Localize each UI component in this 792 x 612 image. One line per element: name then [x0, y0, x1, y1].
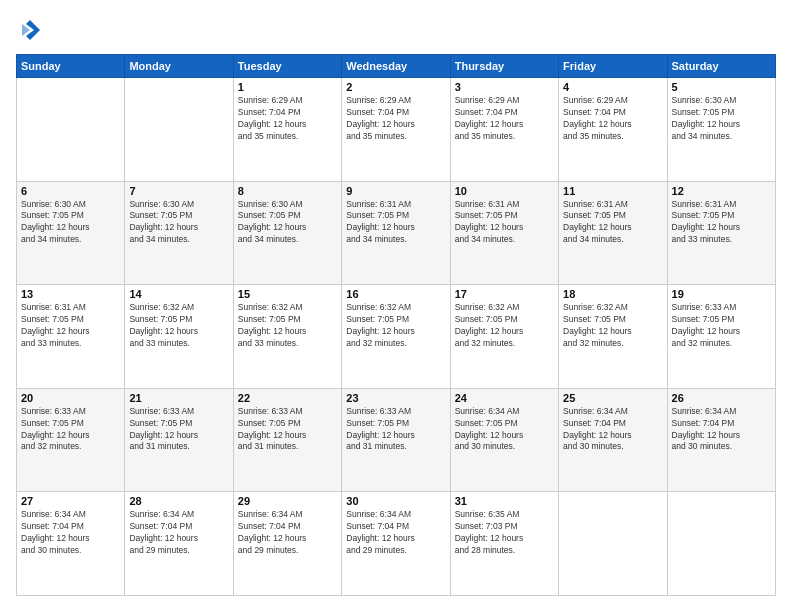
day-number: 21: [129, 392, 228, 404]
day-number: 23: [346, 392, 445, 404]
day-number: 10: [455, 185, 554, 197]
day-info: Sunrise: 6:30 AM Sunset: 7:05 PM Dayligh…: [21, 199, 120, 247]
day-info: Sunrise: 6:33 AM Sunset: 7:05 PM Dayligh…: [129, 406, 228, 454]
day-number: 3: [455, 81, 554, 93]
day-info: Sunrise: 6:32 AM Sunset: 7:05 PM Dayligh…: [238, 302, 337, 350]
calendar-cell: 25Sunrise: 6:34 AM Sunset: 7:04 PM Dayli…: [559, 388, 667, 492]
day-number: 17: [455, 288, 554, 300]
day-number: 20: [21, 392, 120, 404]
day-number: 14: [129, 288, 228, 300]
day-number: 31: [455, 495, 554, 507]
day-number: 13: [21, 288, 120, 300]
day-number: 28: [129, 495, 228, 507]
day-info: Sunrise: 6:32 AM Sunset: 7:05 PM Dayligh…: [129, 302, 228, 350]
day-number: 24: [455, 392, 554, 404]
calendar-cell: [125, 78, 233, 182]
calendar-week-row: 13Sunrise: 6:31 AM Sunset: 7:05 PM Dayli…: [17, 285, 776, 389]
calendar-cell: 8Sunrise: 6:30 AM Sunset: 7:05 PM Daylig…: [233, 181, 341, 285]
logo-icon: [16, 16, 44, 44]
calendar-cell: [559, 492, 667, 596]
day-number: 12: [672, 185, 771, 197]
calendar-table: SundayMondayTuesdayWednesdayThursdayFrid…: [16, 54, 776, 596]
calendar-cell: [17, 78, 125, 182]
day-info: Sunrise: 6:31 AM Sunset: 7:05 PM Dayligh…: [346, 199, 445, 247]
day-info: Sunrise: 6:29 AM Sunset: 7:04 PM Dayligh…: [455, 95, 554, 143]
day-info: Sunrise: 6:34 AM Sunset: 7:04 PM Dayligh…: [672, 406, 771, 454]
calendar-cell: 2Sunrise: 6:29 AM Sunset: 7:04 PM Daylig…: [342, 78, 450, 182]
day-info: Sunrise: 6:33 AM Sunset: 7:05 PM Dayligh…: [21, 406, 120, 454]
day-info: Sunrise: 6:34 AM Sunset: 7:04 PM Dayligh…: [238, 509, 337, 557]
day-info: Sunrise: 6:34 AM Sunset: 7:04 PM Dayligh…: [21, 509, 120, 557]
day-header-saturday: Saturday: [667, 55, 775, 78]
day-info: Sunrise: 6:33 AM Sunset: 7:05 PM Dayligh…: [672, 302, 771, 350]
logo: [16, 16, 48, 44]
calendar-cell: 12Sunrise: 6:31 AM Sunset: 7:05 PM Dayli…: [667, 181, 775, 285]
day-number: 30: [346, 495, 445, 507]
calendar-cell: 10Sunrise: 6:31 AM Sunset: 7:05 PM Dayli…: [450, 181, 558, 285]
calendar-cell: 22Sunrise: 6:33 AM Sunset: 7:05 PM Dayli…: [233, 388, 341, 492]
day-info: Sunrise: 6:30 AM Sunset: 7:05 PM Dayligh…: [672, 95, 771, 143]
calendar-cell: 30Sunrise: 6:34 AM Sunset: 7:04 PM Dayli…: [342, 492, 450, 596]
calendar-cell: 16Sunrise: 6:32 AM Sunset: 7:05 PM Dayli…: [342, 285, 450, 389]
calendar-cell: 28Sunrise: 6:34 AM Sunset: 7:04 PM Dayli…: [125, 492, 233, 596]
calendar-week-row: 1Sunrise: 6:29 AM Sunset: 7:04 PM Daylig…: [17, 78, 776, 182]
day-info: Sunrise: 6:29 AM Sunset: 7:04 PM Dayligh…: [563, 95, 662, 143]
day-info: Sunrise: 6:29 AM Sunset: 7:04 PM Dayligh…: [346, 95, 445, 143]
calendar-week-row: 20Sunrise: 6:33 AM Sunset: 7:05 PM Dayli…: [17, 388, 776, 492]
day-header-thursday: Thursday: [450, 55, 558, 78]
day-info: Sunrise: 6:33 AM Sunset: 7:05 PM Dayligh…: [238, 406, 337, 454]
calendar-cell: 23Sunrise: 6:33 AM Sunset: 7:05 PM Dayli…: [342, 388, 450, 492]
calendar-cell: 15Sunrise: 6:32 AM Sunset: 7:05 PM Dayli…: [233, 285, 341, 389]
calendar-cell: 17Sunrise: 6:32 AM Sunset: 7:05 PM Dayli…: [450, 285, 558, 389]
day-number: 5: [672, 81, 771, 93]
calendar-cell: 1Sunrise: 6:29 AM Sunset: 7:04 PM Daylig…: [233, 78, 341, 182]
calendar-cell: 19Sunrise: 6:33 AM Sunset: 7:05 PM Dayli…: [667, 285, 775, 389]
calendar-cell: 14Sunrise: 6:32 AM Sunset: 7:05 PM Dayli…: [125, 285, 233, 389]
day-number: 15: [238, 288, 337, 300]
day-header-friday: Friday: [559, 55, 667, 78]
calendar-cell: 24Sunrise: 6:34 AM Sunset: 7:05 PM Dayli…: [450, 388, 558, 492]
calendar-header-row: SundayMondayTuesdayWednesdayThursdayFrid…: [17, 55, 776, 78]
day-number: 11: [563, 185, 662, 197]
day-number: 19: [672, 288, 771, 300]
calendar-cell: 4Sunrise: 6:29 AM Sunset: 7:04 PM Daylig…: [559, 78, 667, 182]
day-number: 26: [672, 392, 771, 404]
day-header-wednesday: Wednesday: [342, 55, 450, 78]
day-info: Sunrise: 6:32 AM Sunset: 7:05 PM Dayligh…: [346, 302, 445, 350]
calendar-week-row: 6Sunrise: 6:30 AM Sunset: 7:05 PM Daylig…: [17, 181, 776, 285]
day-info: Sunrise: 6:32 AM Sunset: 7:05 PM Dayligh…: [563, 302, 662, 350]
day-number: 29: [238, 495, 337, 507]
day-info: Sunrise: 6:34 AM Sunset: 7:04 PM Dayligh…: [346, 509, 445, 557]
calendar-cell: 21Sunrise: 6:33 AM Sunset: 7:05 PM Dayli…: [125, 388, 233, 492]
calendar-week-row: 27Sunrise: 6:34 AM Sunset: 7:04 PM Dayli…: [17, 492, 776, 596]
calendar-cell: 7Sunrise: 6:30 AM Sunset: 7:05 PM Daylig…: [125, 181, 233, 285]
day-info: Sunrise: 6:31 AM Sunset: 7:05 PM Dayligh…: [455, 199, 554, 247]
day-number: 25: [563, 392, 662, 404]
calendar-cell: 11Sunrise: 6:31 AM Sunset: 7:05 PM Dayli…: [559, 181, 667, 285]
day-info: Sunrise: 6:30 AM Sunset: 7:05 PM Dayligh…: [129, 199, 228, 247]
calendar-cell: 26Sunrise: 6:34 AM Sunset: 7:04 PM Dayli…: [667, 388, 775, 492]
day-info: Sunrise: 6:31 AM Sunset: 7:05 PM Dayligh…: [21, 302, 120, 350]
day-info: Sunrise: 6:29 AM Sunset: 7:04 PM Dayligh…: [238, 95, 337, 143]
calendar-cell: 13Sunrise: 6:31 AM Sunset: 7:05 PM Dayli…: [17, 285, 125, 389]
day-number: 4: [563, 81, 662, 93]
day-number: 18: [563, 288, 662, 300]
day-info: Sunrise: 6:31 AM Sunset: 7:05 PM Dayligh…: [672, 199, 771, 247]
day-number: 22: [238, 392, 337, 404]
calendar-cell: 5Sunrise: 6:30 AM Sunset: 7:05 PM Daylig…: [667, 78, 775, 182]
day-number: 8: [238, 185, 337, 197]
day-header-tuesday: Tuesday: [233, 55, 341, 78]
calendar-cell: [667, 492, 775, 596]
day-info: Sunrise: 6:30 AM Sunset: 7:05 PM Dayligh…: [238, 199, 337, 247]
day-number: 2: [346, 81, 445, 93]
calendar-cell: 9Sunrise: 6:31 AM Sunset: 7:05 PM Daylig…: [342, 181, 450, 285]
day-info: Sunrise: 6:33 AM Sunset: 7:05 PM Dayligh…: [346, 406, 445, 454]
calendar-cell: 29Sunrise: 6:34 AM Sunset: 7:04 PM Dayli…: [233, 492, 341, 596]
day-info: Sunrise: 6:32 AM Sunset: 7:05 PM Dayligh…: [455, 302, 554, 350]
day-header-monday: Monday: [125, 55, 233, 78]
calendar-cell: 18Sunrise: 6:32 AM Sunset: 7:05 PM Dayli…: [559, 285, 667, 389]
day-number: 6: [21, 185, 120, 197]
calendar-cell: 6Sunrise: 6:30 AM Sunset: 7:05 PM Daylig…: [17, 181, 125, 285]
calendar-cell: 3Sunrise: 6:29 AM Sunset: 7:04 PM Daylig…: [450, 78, 558, 182]
day-number: 9: [346, 185, 445, 197]
